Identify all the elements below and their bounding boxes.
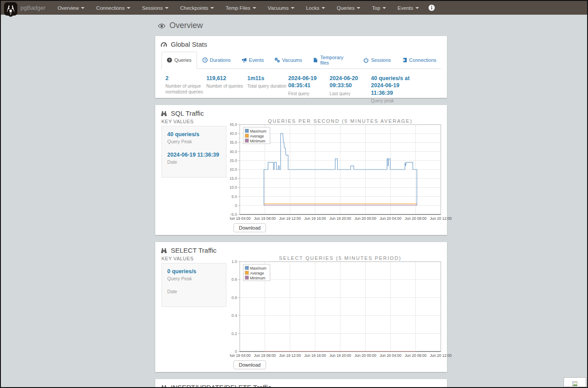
nav-item-locks[interactable]: Locks bbox=[300, 1, 331, 15]
brand-link[interactable]: pgBadger bbox=[20, 4, 45, 11]
global-stats-tabs: ?QueriesDurationsEventsVacuumsTemporary … bbox=[161, 51, 442, 69]
stat-label: Last query bbox=[330, 91, 371, 97]
key-value: 0 queries/s bbox=[167, 268, 221, 275]
select-traffic-title-text: SELECT Traffic bbox=[171, 247, 217, 254]
caret-down-icon bbox=[383, 7, 386, 9]
tab-label: Sessions bbox=[371, 57, 391, 63]
nav-item-label: Sessions bbox=[142, 5, 163, 11]
svg-text:15.0: 15.0 bbox=[230, 176, 237, 181]
svg-text:Jun 19 04:00: Jun 19 04:00 bbox=[230, 216, 251, 221]
svg-text:0.4: 0.4 bbox=[231, 313, 237, 318]
nav-item-sessions[interactable]: Sessions bbox=[136, 1, 174, 15]
binoculars-icon bbox=[161, 247, 167, 254]
nav-item-label: Checkpoints bbox=[180, 5, 208, 11]
sql-traffic-chart: QUERIES PER SECOND (5 MINUTES AVERAGE)45… bbox=[230, 119, 452, 222]
stat-value: 119,612 bbox=[206, 75, 247, 82]
global-stats-title: Global Stats bbox=[161, 40, 442, 48]
caret-down-icon bbox=[415, 7, 419, 9]
chart-svg: SELECT QUERIES (5 MINUTES PERIOD)1.00.80… bbox=[230, 256, 452, 359]
tab-vacuums[interactable]: Vacuums bbox=[269, 52, 307, 69]
stat-first-query: 2024-06-19 08:35:41First query bbox=[288, 75, 329, 104]
select-download-button[interactable]: Download bbox=[234, 360, 266, 369]
stat-total-query-duration: 1m11sTotal query duration bbox=[247, 75, 288, 104]
chart-svg: QUERIES PER SECOND (5 MINUTES AVERAGE)45… bbox=[230, 119, 452, 222]
svg-text:?: ? bbox=[169, 58, 171, 62]
svg-text:Average: Average bbox=[250, 134, 264, 138]
question-icon: ? bbox=[167, 57, 172, 63]
tab-temporary-files[interactable]: Temporary files bbox=[307, 52, 358, 69]
nav-item-temp-files[interactable]: Temp Files bbox=[220, 1, 262, 15]
nav-item-label: Connections bbox=[96, 5, 125, 11]
insert-update-delete-traffic-panel: INSERT/UPDATE/DELETE Traffic bbox=[155, 379, 447, 388]
svg-text:Maximum: Maximum bbox=[250, 266, 266, 271]
caret-down-icon bbox=[253, 7, 256, 9]
insert-traffic-title: INSERT/UPDATE/DELETE Traffic bbox=[161, 384, 442, 388]
dashboard-icon bbox=[161, 41, 167, 48]
nav-item-connections[interactable]: Connections bbox=[90, 1, 136, 15]
svg-text:Jun 19 20:00: Jun 19 20:00 bbox=[329, 353, 351, 358]
svg-text:Jun 20 12:00: Jun 20 12:00 bbox=[430, 216, 451, 221]
svg-text:Jun 19 16:00: Jun 19 16:00 bbox=[304, 353, 326, 358]
stat-number-of-queries: 119,612Number of queries bbox=[206, 75, 247, 104]
svg-text:Minimum: Minimum bbox=[250, 276, 265, 280]
svg-text:10.0: 10.0 bbox=[230, 185, 237, 190]
svg-text:0: 0 bbox=[235, 203, 237, 208]
nav-item-queries[interactable]: Queries bbox=[331, 1, 366, 15]
svg-text:SELECT QUERIES (5 MINUTES PERI: SELECT QUERIES (5 MINUTES PERIOD) bbox=[279, 256, 401, 261]
tab-events[interactable]: Events bbox=[236, 52, 270, 69]
main-content: Overview Global Stats ?QueriesDurationsE… bbox=[155, 15, 447, 388]
login-icon bbox=[402, 57, 407, 63]
svg-text:Jun 19 12:00: Jun 19 12:00 bbox=[279, 353, 301, 358]
svg-text:Jun 20 04:00: Jun 20 04:00 bbox=[379, 216, 401, 221]
key-value: 2024-06-19 11:36:39 bbox=[167, 152, 221, 158]
eye-icon bbox=[158, 22, 165, 29]
nav-item-label: Queries bbox=[337, 5, 354, 11]
file-icon bbox=[313, 57, 318, 63]
stat-label: Total query duration bbox=[247, 83, 288, 89]
stat-value: 2024-06-20 09:33:50 bbox=[330, 75, 371, 89]
stat-number-of-unique-normalized-queries: 2Number of unique normalized queries bbox=[165, 75, 206, 104]
stat-label: Query peak bbox=[371, 98, 410, 104]
sql-download-button[interactable]: Download bbox=[234, 223, 266, 232]
key-value: 40 queries/s bbox=[167, 131, 221, 137]
key-values-label: KEY VALUES bbox=[161, 256, 226, 263]
global-stats-panel: Global Stats ?QueriesDurationsEventsVacu… bbox=[155, 36, 447, 98]
nav-item-label: Events bbox=[398, 5, 413, 11]
svg-text:Jun 20 08:00: Jun 20 08:00 bbox=[405, 216, 427, 221]
tab-label: Durations bbox=[210, 57, 231, 63]
stat-last-query: 2024-06-20 09:33:50Last query bbox=[330, 75, 371, 104]
svg-text:QUERIES PER SECOND (5 MINUTES: QUERIES PER SECOND (5 MINUTES AVERAGE) bbox=[268, 119, 412, 124]
tab-queries[interactable]: ?Queries bbox=[161, 52, 197, 69]
info-icon[interactable] bbox=[428, 4, 435, 11]
tab-label: Temporary files bbox=[320, 55, 353, 65]
svg-text:45.0: 45.0 bbox=[230, 122, 237, 127]
nav-item-events[interactable]: Events bbox=[392, 1, 425, 15]
svg-text:Maximum: Maximum bbox=[250, 129, 266, 133]
stat-value: 2 bbox=[165, 75, 206, 82]
page-title-text: Overview bbox=[169, 21, 203, 30]
nav-item-checkpoints[interactable]: Checkpoints bbox=[174, 1, 220, 15]
tab-label: Vacuums bbox=[282, 57, 302, 63]
nav-item-vacuums[interactable]: Vacuums bbox=[262, 1, 300, 15]
nav-item-overview[interactable]: Overview bbox=[52, 1, 90, 15]
nav-item-top[interactable]: Top bbox=[366, 1, 392, 15]
pgbadger-badger-logo-icon[interactable] bbox=[4, 2, 17, 17]
tab-connections[interactable]: Connections bbox=[396, 52, 442, 69]
tab-sessions[interactable]: Sessions bbox=[358, 52, 396, 69]
svg-text:Jun 19 04:00: Jun 19 04:00 bbox=[230, 353, 251, 358]
caret-down-icon bbox=[127, 7, 130, 9]
svg-text:Jun 20 04:00: Jun 20 04:00 bbox=[379, 353, 401, 358]
back-to-top-button[interactable] bbox=[564, 377, 586, 387]
caret-down-icon bbox=[165, 7, 169, 9]
tab-label: Connections bbox=[409, 57, 436, 63]
broken-image-icon bbox=[572, 380, 577, 385]
svg-text:25.0: 25.0 bbox=[230, 158, 237, 163]
caret-down-icon bbox=[322, 7, 325, 9]
global-stats-title-text: Global Stats bbox=[171, 40, 207, 48]
svg-text:0.6: 0.6 bbox=[231, 295, 237, 300]
tab-durations[interactable]: Durations bbox=[197, 52, 236, 69]
key-values-label: KEY VALUES bbox=[161, 119, 226, 126]
select-key-values: KEY VALUES 0 queries/sQuery PeakDate bbox=[161, 256, 226, 369]
svg-text:Jun 20 12:00: Jun 20 12:00 bbox=[430, 353, 451, 358]
binoculars-icon bbox=[161, 110, 167, 117]
